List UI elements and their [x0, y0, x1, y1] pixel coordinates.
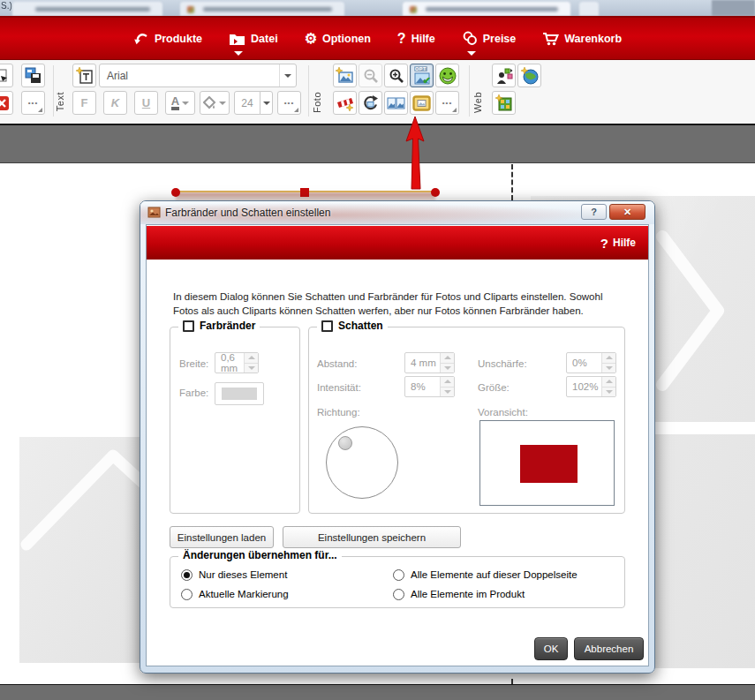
page-placeholder-left: [19, 437, 157, 663]
load-settings-button[interactable]: Einstellungen laden: [170, 526, 274, 548]
web-globe-button[interactable]: [517, 64, 541, 87]
more-foto-options-button[interactable]: •••: [435, 91, 459, 115]
radio-alle-elemente-produkt[interactable]: [393, 589, 404, 600]
italic-button[interactable]: K: [103, 91, 127, 115]
add-photo-button[interactable]: [333, 64, 357, 87]
dialog-close-button[interactable]: ✕: [609, 204, 646, 220]
chevron-down-icon: [279, 64, 296, 87]
breite-spinner[interactable]: 0,6 mm: [215, 352, 259, 373]
browser-tab[interactable]: [180, 2, 344, 16]
bold-button[interactable]: F: [72, 91, 96, 115]
schatten-checkbox[interactable]: [321, 320, 333, 332]
save-settings-button[interactable]: Einstellungen speichern: [283, 526, 461, 548]
intensitaet-spinner[interactable]: 8%: [404, 376, 455, 397]
unschaerfe-spinner[interactable]: 0%: [566, 352, 616, 373]
color-chip: [222, 388, 257, 400]
rotate-icon: [362, 94, 379, 111]
toolbar-group-label-web: Web: [472, 92, 483, 113]
menu-item-warenkorb[interactable]: Warenkorb: [542, 31, 622, 46]
toolbar: ••• Text Arial F K U A 24: [0, 60, 755, 124]
chevron-down-icon: [467, 51, 476, 56]
radio-alle-elemente-doppelseite[interactable]: [393, 569, 404, 581]
dialog-description: In diesem Dialog können Sie Schatten und…: [173, 290, 629, 318]
grid-icon: [495, 94, 513, 112]
menu-item-preise[interactable]: Preise: [462, 31, 517, 46]
add-text-icon: [76, 67, 94, 85]
radio-nur-dieses-element[interactable]: [181, 569, 193, 581]
new-tab-button[interactable]: [579, 2, 599, 16]
cart-icon: [542, 31, 559, 46]
dialog-titlebar[interactable]: Farbränder und Schatten einstellen ? ✕: [140, 201, 654, 224]
web-grid-button[interactable]: [492, 91, 516, 115]
more-options-button[interactable]: •••: [21, 91, 45, 115]
radio-aktuelle-markierung[interactable]: [181, 589, 193, 600]
spin-down-button[interactable]: [602, 364, 615, 373]
menu-item-datei[interactable]: Datei: [229, 32, 278, 46]
frame-shadow-button[interactable]: [410, 91, 434, 115]
globe-icon: [521, 67, 539, 85]
more-text-options-button[interactable]: •••: [277, 91, 301, 115]
spin-up-button[interactable]: [441, 353, 454, 364]
spin-down-button[interactable]: [441, 364, 454, 373]
font-size-dropdown[interactable]: [260, 91, 273, 115]
chevron-down-icon: [219, 102, 226, 105]
font-color-button[interactable]: A: [165, 91, 195, 115]
font-family-select[interactable]: Arial: [99, 64, 297, 87]
spin-down-button[interactable]: [245, 364, 258, 373]
dial-knob[interactable]: [338, 436, 352, 450]
toolbar-separator: [469, 65, 470, 117]
dialog-hilfe-link[interactable]: Hilfe: [613, 237, 636, 249]
farbe-color-swatch[interactable]: [215, 382, 264, 405]
spin-down-button[interactable]: [602, 388, 615, 397]
groesse-spinner[interactable]: 102%: [566, 376, 616, 397]
browser-tab[interactable]: [403, 2, 570, 16]
photo-optimize-button[interactable]: OPT ✔: [410, 64, 434, 87]
font-size-field[interactable]: 24: [234, 91, 260, 115]
clipped-toolbar-button[interactable]: [0, 64, 13, 87]
add-text-button[interactable]: [72, 64, 96, 87]
dialog-help-button[interactable]: ?: [581, 204, 607, 220]
smiley-icon: [439, 67, 457, 85]
question-icon: ?: [397, 32, 406, 46]
web-person-button[interactable]: [492, 64, 516, 87]
spin-down-button[interactable]: [441, 388, 454, 397]
selection-handle[interactable]: [300, 188, 309, 197]
farbraender-checkbox[interactable]: [183, 320, 194, 332]
browser-tab-strip: S.): [0, 0, 755, 16]
save-icon: [25, 67, 42, 84]
menu-item-produkte[interactable]: Produkte: [133, 32, 202, 46]
spin-up-button[interactable]: [245, 353, 258, 364]
gear-icon: ⚙: [305, 32, 317, 46]
rotate-photo-button[interactable]: [359, 91, 382, 115]
browser-tab[interactable]: [12, 2, 162, 16]
spin-up-button[interactable]: [602, 377, 615, 388]
toolbar-group-label-text: Text: [55, 92, 65, 111]
chevron-down-icon: [182, 102, 189, 105]
abstand-spinner[interactable]: 4 mm: [404, 352, 455, 373]
fill-color-button[interactable]: [200, 91, 230, 115]
smiley-button[interactable]: [435, 64, 459, 87]
dialog-content: ? Hilfe In diesem Dialog können Sie Scha…: [146, 224, 649, 666]
main-menubar: Produkte Datei ⚙ Optionen ? Hilfe Preise…: [0, 16, 755, 60]
spin-up-button[interactable]: [441, 377, 454, 388]
photo-border-style-button[interactable]: [333, 91, 357, 115]
cancel-button[interactable]: Abbrechen: [574, 637, 644, 660]
menu-item-hilfe[interactable]: ? Hilfe: [397, 32, 435, 46]
document-arrow-icon: [0, 68, 10, 84]
delete-button[interactable]: [0, 91, 13, 115]
ok-button[interactable]: OK: [534, 637, 568, 660]
zoom-out-button[interactable]: [359, 64, 382, 87]
selection-handle[interactable]: [171, 188, 180, 197]
underline-button[interactable]: U: [134, 91, 158, 115]
undo-arrow-icon: [133, 32, 149, 46]
canvas-bottom-bar: [0, 684, 755, 700]
spin-up-button[interactable]: [602, 353, 615, 364]
save-button[interactable]: [21, 64, 45, 87]
zoom-in-button[interactable]: [384, 64, 408, 87]
red-x-icon: [0, 95, 10, 111]
chevron-up-icon: [19, 437, 157, 663]
dialog-icon: [147, 206, 161, 219]
menu-item-optionen[interactable]: ⚙ Optionen: [305, 32, 371, 46]
toolbar-separator: [53, 65, 54, 117]
swap-photos-button[interactable]: [384, 91, 408, 115]
